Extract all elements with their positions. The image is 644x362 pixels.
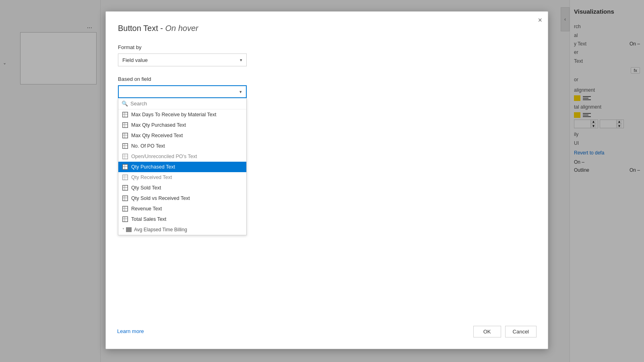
- list-item-label: Open/Unreconciled PO's Text: [131, 154, 197, 159]
- svg-rect-24: [123, 196, 128, 201]
- field-icon: [122, 112, 128, 117]
- field-icon: [122, 206, 128, 212]
- list-item[interactable]: Total Sales Text: [118, 214, 246, 224]
- svg-rect-12: [123, 154, 128, 159]
- field-icon: [122, 175, 128, 180]
- list-item[interactable]: Max Days To Receive by Material Text: [118, 109, 246, 120]
- group-icon: [126, 227, 132, 232]
- field-icon: [122, 164, 128, 170]
- list-item-label: Total Sales Text: [131, 216, 166, 222]
- list-item[interactable]: Qty Purchased Text: [118, 162, 246, 172]
- field-icon: [122, 185, 128, 191]
- field-icon: [122, 216, 128, 222]
- field-dropdown-chevron-icon: ▾: [239, 89, 242, 95]
- group-chevron-icon: ˅: [122, 228, 124, 232]
- modal-footer: OK Cancel: [473, 326, 537, 337]
- svg-rect-3: [123, 123, 128, 128]
- list-item[interactable]: Open/Unreconciled PO's Text: [118, 151, 246, 162]
- svg-rect-18: [123, 175, 128, 180]
- list-item-label: Qty Sold Text: [131, 185, 161, 191]
- svg-rect-30: [123, 217, 128, 222]
- modal-dialog: × Button Text - On hover Format by Field…: [105, 11, 548, 349]
- format-by-dropdown[interactable]: Field value ▾: [118, 53, 247, 66]
- list-item-label: Max Qty Received Text: [131, 133, 183, 138]
- list-item[interactable]: No. Of PO Text: [118, 141, 246, 151]
- svg-rect-21: [123, 185, 128, 190]
- field-icon: [122, 195, 128, 201]
- cancel-button[interactable]: Cancel: [505, 326, 537, 337]
- format-by-section: Format by Field value ▾: [118, 44, 536, 66]
- format-by-label: Format by: [118, 44, 536, 50]
- list-item-label: Max Days To Receive by Material Text: [131, 112, 216, 117]
- list-item-label: Qty Sold vs Received Text: [131, 195, 190, 201]
- format-by-chevron-icon: ▾: [240, 58, 242, 63]
- dropdown-list: Max Days To Receive by Material TextMax …: [118, 109, 246, 224]
- svg-rect-27: [123, 206, 128, 211]
- field-icon: [122, 122, 128, 128]
- list-item-label: Qty Purchased Text: [131, 164, 175, 170]
- list-item[interactable]: Qty Received Text: [118, 172, 246, 183]
- modal-title: Button Text - On hover: [118, 24, 536, 33]
- field-icon: [122, 143, 128, 149]
- svg-rect-6: [123, 133, 128, 138]
- list-item[interactable]: Qty Sold Text: [118, 183, 246, 193]
- svg-rect-15: [123, 165, 128, 169]
- list-item[interactable]: Max Qty Received Text: [118, 130, 246, 141]
- search-box: 🔍: [118, 98, 246, 109]
- list-item[interactable]: Revenue Text: [118, 204, 246, 214]
- format-by-value: Field value: [122, 57, 148, 63]
- field-icon: [122, 154, 128, 159]
- modal-close-button[interactable]: ×: [538, 16, 542, 24]
- list-item-label: No. Of PO Text: [131, 143, 165, 149]
- field-icon: [122, 133, 128, 138]
- list-item-label: Max Qty Purchased Text: [131, 122, 186, 128]
- based-on-field-label: Based on field: [118, 76, 536, 82]
- list-item-label: Revenue Text: [131, 206, 162, 212]
- search-icon: 🔍: [122, 101, 128, 107]
- learn-more-link[interactable]: Learn more: [117, 328, 144, 334]
- search-input[interactable]: [130, 101, 243, 107]
- list-item[interactable]: Qty Sold vs Received Text: [118, 193, 246, 204]
- field-dropdown-trigger[interactable]: ▾: [118, 85, 247, 98]
- based-on-field-section: Based on field ▾ 🔍 Max Days To Receive b…: [118, 76, 536, 98]
- dropdown-group: ˅ Avg Elapsed Time Billing: [118, 224, 246, 235]
- svg-rect-0: [123, 112, 128, 117]
- group-label: Avg Elapsed Time Billing: [134, 227, 187, 232]
- modal-title-text: Button Text -: [118, 24, 165, 33]
- list-item[interactable]: Max Qty Purchased Text: [118, 120, 246, 130]
- ok-button[interactable]: OK: [473, 326, 501, 337]
- dropdown-panel: 🔍 Max Days To Receive by Material TextMa…: [118, 98, 247, 235]
- field-dropdown: ▾ 🔍 Max Days To Receive by Material Text…: [118, 85, 247, 98]
- list-item-label: Qty Received Text: [131, 175, 172, 180]
- svg-rect-9: [123, 144, 128, 148]
- modal-title-italic: On hover: [165, 24, 198, 33]
